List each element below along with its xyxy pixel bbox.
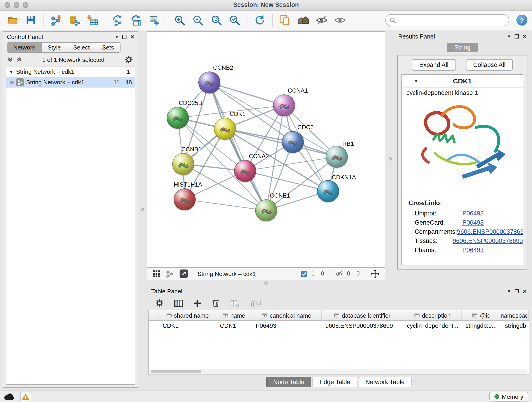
close-panel-button[interactable]: × [523,288,526,294]
network-node-ccnb1[interactable] [172,153,194,175]
collapse-all-icon[interactable] [7,56,13,63]
table-cell[interactable] [149,321,159,330]
help-button[interactable]: ? [516,15,527,26]
export-image-button[interactable] [147,12,162,28]
table-settings-button[interactable] [154,298,165,308]
network-node-cdkn1a[interactable] [317,180,339,202]
export-network-button[interactable] [110,12,126,28]
column-header-namespace[interactable]: namespace [501,310,529,320]
table-cell[interactable]: CDK1 [216,321,252,330]
float-panel-button[interactable]: ▾ [116,34,118,40]
gene-section-header[interactable]: ▼ CDK1 [402,75,523,88]
table-cell[interactable]: cyclin–dependent ... [403,321,462,330]
grid-view-icon[interactable] [152,270,160,278]
import-network-file-button[interactable] [48,12,64,28]
crosslink-link[interactable]: P06493 [462,210,484,217]
crosslink-link[interactable]: 9606.ENSP00000378699 [457,228,523,235]
maximize-panel-button[interactable] [515,34,519,38]
zoom-in-button[interactable] [172,12,187,28]
expand-all-button[interactable]: Expand All [412,59,456,70]
search-input[interactable] [399,16,505,24]
network-collection-row[interactable]: ▼ String Network – cdk1 1 [6,66,135,77]
apply-layout-button[interactable] [252,12,268,28]
save-session-button[interactable] [23,12,38,28]
add-column-button[interactable] [191,298,203,308]
table-horizontal-scrollbar[interactable] [150,370,528,374]
horizontal-splitter[interactable] [147,280,385,286]
pan-crosshair-icon[interactable] [371,269,380,278]
gear-icon[interactable] [124,55,133,64]
splitter-handle[interactable] [141,208,144,211]
network-node-rb1[interactable] [326,146,348,168]
table-cell[interactable]: 9606.ENSP00000378699 [322,321,403,330]
birdseye-view-icon[interactable] [166,270,174,278]
crosslink-link[interactable]: P06493 [462,219,484,226]
network-edge[interactable] [209,83,284,105]
import-network-database-button[interactable] [66,12,82,28]
warnings-button[interactable] [20,391,31,402]
import-table-button[interactable] [85,12,100,28]
detach-view-icon[interactable] [179,269,188,278]
show-graphics-details-button[interactable] [332,12,348,28]
column-header--id[interactable]: @id [462,310,501,320]
network-node-cdc25b[interactable] [167,107,189,129]
float-panel-button[interactable]: ▾ [508,288,510,294]
tab-node-table[interactable]: Node Table [266,376,311,387]
vertical-splitter[interactable] [385,31,394,286]
network-node-ccne1[interactable] [255,199,277,221]
crosslink-link[interactable]: 9606.ENSP00000378699 [453,237,523,244]
tab-network[interactable]: Network [7,43,41,52]
copy-document-button[interactable] [277,12,293,28]
column-header-shared-name[interactable]: shared name [159,310,216,320]
scrollbar-thumb[interactable] [151,370,201,373]
maximize-panel-button[interactable] [122,35,127,39]
tab-select[interactable]: Select [67,43,96,52]
tab-network-table[interactable]: Network Table [359,376,412,387]
tab-style[interactable]: Style [41,43,67,52]
network-node-ccnb2[interactable] [198,71,220,94]
network-edge[interactable] [185,199,266,211]
network-node-cdc6[interactable] [282,131,304,153]
table-cell[interactable]: CDK1 [159,321,216,330]
network-node-ccna2[interactable] [234,160,256,182]
column-header-description[interactable]: description [403,310,462,320]
splitter-handle[interactable] [264,281,268,285]
crosslink-link[interactable]: P06493 [462,246,484,253]
network-node-cdk1[interactable] [214,118,236,140]
column-header-name[interactable]: name [216,310,252,320]
hide-graphics-details-button[interactable] [314,12,329,28]
zoom-out-button[interactable] [190,12,206,28]
network-node-hist1h1a[interactable] [174,188,196,211]
table-cell[interactable]: P06493 [252,321,322,330]
zoom-fit-button[interactable] [209,12,224,28]
maximize-panel-button[interactable] [515,289,519,293]
tree-caret-icon[interactable]: ▼ [9,70,14,74]
network-edge[interactable] [209,83,266,211]
hidden-eye-slash-icon[interactable] [335,270,343,277]
select-columns-button[interactable] [173,298,184,308]
export-table-button[interactable] [128,12,144,28]
section-caret-icon[interactable]: ▼ [414,78,418,83]
table-cell[interactable]: stringdb [501,321,529,330]
network-row[interactable]: String Network – cdk1 11 48 [6,77,135,88]
vertical-splitter[interactable] [138,31,147,388]
delete-column-button[interactable] [210,298,221,308]
float-panel-button[interactable]: ▾ [508,33,510,39]
cloud-icon[interactable] [4,392,15,401]
zoom-selected-button[interactable] [227,12,242,28]
collapse-all-button[interactable]: Collapse All [466,59,513,70]
expand-all-icon[interactable] [16,56,22,63]
network-edge[interactable] [225,129,337,157]
tab-edge-table[interactable]: Edge Table [312,376,357,387]
home-button[interactable] [296,12,311,28]
splitter-handle[interactable] [388,157,392,160]
network-canvas[interactable]: CCNB2CCNA1CDC25BCDK1CDC6RB1CCNB1CCNA2CDK… [147,31,385,268]
column-header-database-identifier[interactable]: database identifier [322,310,403,320]
table-cell[interactable]: stringdb:9... [462,321,501,330]
tab-string[interactable]: String [447,43,478,52]
selected-checkbox-icon[interactable] [301,270,308,277]
toolbar-search-field[interactable] [385,14,509,26]
close-panel-button[interactable]: × [131,33,134,40]
close-panel-button[interactable]: × [523,33,526,39]
tab-sets[interactable]: Sets [96,43,120,52]
